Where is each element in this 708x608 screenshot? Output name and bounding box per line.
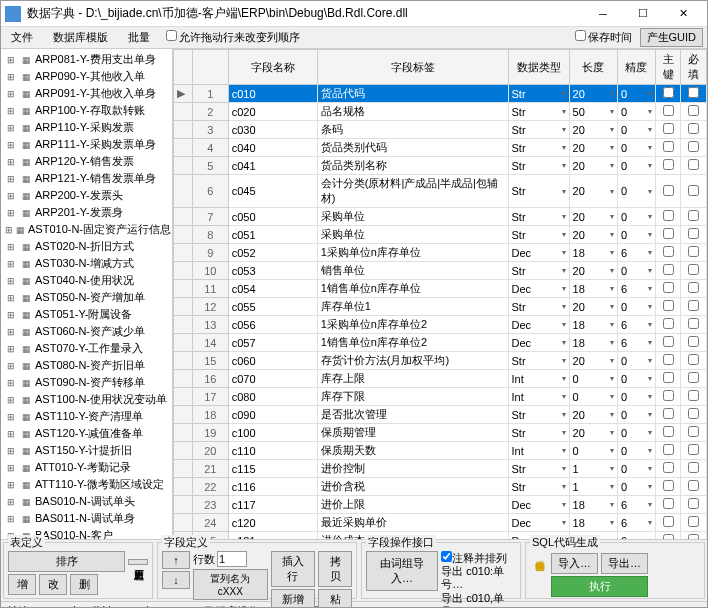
tree-item[interactable]: ⊞▦AST050-N-资产增加单 bbox=[3, 289, 170, 306]
tree-expand-icon[interactable]: ⊞ bbox=[5, 258, 17, 270]
cell-field-name[interactable]: c117 bbox=[228, 496, 317, 514]
grid-row[interactable]: 15c060存货计价方法(月加权平均)Str▾20▾0▾ bbox=[174, 352, 707, 370]
cell-length[interactable]: 20▾ bbox=[569, 139, 617, 157]
cell-length[interactable]: 18▾ bbox=[569, 334, 617, 352]
cell-pk[interactable] bbox=[656, 388, 681, 406]
tree-item[interactable]: ⊞▦AST030-N-增减方式 bbox=[3, 255, 170, 272]
tree-expand-icon[interactable]: ⊞ bbox=[5, 105, 17, 117]
save-time-checkbox[interactable] bbox=[575, 30, 586, 41]
cell-field-name[interactable]: c030 bbox=[228, 121, 317, 139]
cell-field-name[interactable]: c040 bbox=[228, 139, 317, 157]
cell-data-type[interactable]: Dec▾ bbox=[508, 496, 569, 514]
row-header[interactable] bbox=[174, 352, 193, 370]
gen-guid-button[interactable]: 产生GUID bbox=[640, 28, 704, 47]
cell-length[interactable]: 0▾ bbox=[569, 442, 617, 460]
dropdown-icon[interactable]: ▾ bbox=[648, 446, 652, 455]
cell-data-type[interactable]: Str▾ bbox=[508, 406, 569, 424]
sort-button[interactable]: 排序 bbox=[8, 551, 125, 572]
required-checkbox[interactable] bbox=[688, 462, 699, 473]
cell-precision[interactable]: 0▾ bbox=[617, 460, 655, 478]
col-field-label[interactable]: 字段标签 bbox=[317, 50, 508, 85]
cell-pk[interactable] bbox=[656, 442, 681, 460]
cell-data-type[interactable]: Str▾ bbox=[508, 478, 569, 496]
modify-button[interactable]: 改 bbox=[39, 574, 67, 595]
dropdown-icon[interactable]: ▾ bbox=[648, 161, 652, 170]
tree-item[interactable]: ⊞▦AST090-N-资产转移单 bbox=[3, 374, 170, 391]
required-checkbox[interactable] bbox=[688, 246, 699, 257]
cell-field-label[interactable]: 条码 bbox=[317, 121, 508, 139]
pk-checkbox[interactable] bbox=[663, 210, 674, 221]
cell-required[interactable] bbox=[681, 406, 707, 424]
dropdown-icon[interactable]: ▾ bbox=[562, 356, 566, 365]
cell-field-name[interactable]: c051 bbox=[228, 226, 317, 244]
cell-pk[interactable] bbox=[656, 334, 681, 352]
grid-row[interactable]: 11c0541销售单位n库存单位Dec▾18▾6▾ bbox=[174, 280, 707, 298]
cell-field-label[interactable]: 会计分类(原材料|产成品|半成品|包辅材) bbox=[317, 175, 508, 208]
row-header[interactable] bbox=[174, 175, 193, 208]
required-checkbox[interactable] bbox=[688, 336, 699, 347]
required-checkbox[interactable] bbox=[688, 300, 699, 311]
cell-data-type[interactable]: Dec▾ bbox=[508, 514, 569, 532]
cell-field-label[interactable]: 采购单位 bbox=[317, 208, 508, 226]
cell-data-type[interactable]: Dec▾ bbox=[508, 280, 569, 298]
tree-expand-icon[interactable]: ⊞ bbox=[5, 292, 17, 304]
tree-expand-icon[interactable]: ⊞ bbox=[5, 54, 17, 66]
pk-checkbox[interactable] bbox=[663, 300, 674, 311]
dropdown-icon[interactable]: ▾ bbox=[648, 482, 652, 491]
dropdown-icon[interactable]: ▾ bbox=[562, 284, 566, 293]
pk-checkbox[interactable] bbox=[663, 498, 674, 509]
dropdown-icon[interactable]: ▾ bbox=[648, 302, 652, 311]
cell-pk[interactable] bbox=[656, 460, 681, 478]
cell-field-name[interactable]: c020 bbox=[228, 103, 317, 121]
cell-field-name[interactable]: c053 bbox=[228, 262, 317, 280]
cell-field-name[interactable]: c010 bbox=[228, 85, 317, 103]
dropdown-icon[interactable]: ▾ bbox=[648, 266, 652, 275]
cell-data-type[interactable]: Str▾ bbox=[508, 298, 569, 316]
cell-field-label[interactable]: 品名规格 bbox=[317, 103, 508, 121]
dropdown-icon[interactable]: ▾ bbox=[648, 230, 652, 239]
dropdown-icon[interactable]: ▾ bbox=[562, 518, 566, 527]
dropdown-icon[interactable]: ▾ bbox=[648, 338, 652, 347]
cell-precision[interactable]: 6▾ bbox=[617, 244, 655, 262]
cell-pk[interactable] bbox=[656, 532, 681, 540]
dropdown-icon[interactable]: ▾ bbox=[562, 410, 566, 419]
tree-expand-icon[interactable]: ⊞ bbox=[5, 411, 17, 423]
pk-checkbox[interactable] bbox=[663, 390, 674, 401]
grid-row[interactable]: 3c030条码Str▾20▾0▾ bbox=[174, 121, 707, 139]
dropdown-icon[interactable]: ▾ bbox=[648, 374, 652, 383]
dropdown-icon[interactable]: ▾ bbox=[610, 392, 614, 401]
cell-field-name[interactable]: c090 bbox=[228, 406, 317, 424]
dropdown-icon[interactable]: ▾ bbox=[562, 187, 566, 196]
dropdown-icon[interactable]: ▾ bbox=[610, 428, 614, 437]
cell-length[interactable]: 20▾ bbox=[569, 175, 617, 208]
cell-pk[interactable] bbox=[656, 370, 681, 388]
tree-item[interactable]: ⊞▦AST080-N-资产折旧单 bbox=[3, 357, 170, 374]
dropdown-icon[interactable]: ▾ bbox=[648, 518, 652, 527]
dropdown-icon[interactable]: ▾ bbox=[610, 410, 614, 419]
close-button[interactable]: ✕ bbox=[663, 2, 703, 26]
cell-field-label[interactable]: 货品类别代码 bbox=[317, 139, 508, 157]
pk-checkbox[interactable] bbox=[663, 123, 674, 134]
cell-length[interactable]: 20▾ bbox=[569, 406, 617, 424]
dropdown-icon[interactable]: ▾ bbox=[610, 464, 614, 473]
cell-field-label[interactable]: 存货计价方法(月加权平均) bbox=[317, 352, 508, 370]
dropdown-icon[interactable]: ▾ bbox=[562, 500, 566, 509]
data-grid[interactable]: 字段名称 字段标签 数据类型 长度 精度 主键 必填 ▶1c010货品代码Str… bbox=[173, 49, 707, 539]
tree-expand-icon[interactable]: ⊞ bbox=[5, 71, 17, 83]
cell-field-name[interactable]: c110 bbox=[228, 442, 317, 460]
dropdown-icon[interactable]: ▾ bbox=[562, 143, 566, 152]
cell-field-label[interactable]: 保质期天数 bbox=[317, 442, 508, 460]
cell-pk[interactable] bbox=[656, 262, 681, 280]
dropdown-icon[interactable]: ▾ bbox=[610, 89, 614, 98]
tree-item[interactable]: ⊞▦ARP090-Y-其他收入单 bbox=[3, 68, 170, 85]
menu-batch[interactable]: 批量 bbox=[122, 28, 156, 47]
allow-drag-label[interactable]: 允许拖动行来改变列顺序 bbox=[164, 30, 300, 45]
cell-pk[interactable] bbox=[656, 244, 681, 262]
cell-field-label[interactable]: 进价上限 bbox=[317, 496, 508, 514]
move-up-button[interactable]: ↑ bbox=[162, 551, 190, 569]
row-header[interactable] bbox=[174, 496, 193, 514]
cell-required[interactable] bbox=[681, 388, 707, 406]
row-header[interactable] bbox=[174, 460, 193, 478]
pk-checkbox[interactable] bbox=[663, 246, 674, 257]
grid-row[interactable]: 14c0571销售单位n库存单位2Dec▾18▾6▾ bbox=[174, 334, 707, 352]
